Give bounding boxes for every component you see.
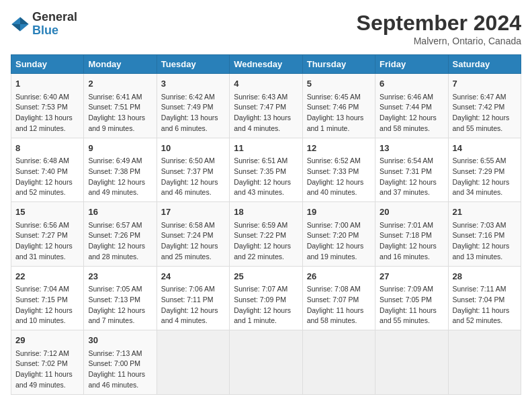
calendar-cell: 30Sunrise: 7:13 AMSunset: 7:00 PMDayligh…	[84, 330, 157, 395]
calendar-cell: 2Sunrise: 6:41 AMSunset: 7:51 PMDaylight…	[84, 74, 157, 138]
day-info: Sunrise: 7:11 AMSunset: 7:04 PMDaylight:…	[453, 284, 517, 326]
week-row-1: 1Sunrise: 6:40 AMSunset: 7:53 PMDaylight…	[11, 74, 521, 138]
day-info: Sunrise: 7:08 AMSunset: 7:07 PMDaylight:…	[307, 284, 371, 326]
day-number: 22	[15, 270, 79, 283]
day-number: 28	[453, 270, 517, 283]
day-info: Sunrise: 6:55 AMSunset: 7:29 PMDaylight:…	[453, 156, 517, 198]
calendar-cell: 16Sunrise: 6:57 AMSunset: 7:26 PMDayligh…	[84, 202, 157, 267]
logo: General Blue	[11, 11, 77, 38]
day-number: 21	[453, 205, 517, 219]
day-info: Sunrise: 6:48 AMSunset: 7:40 PMDaylight:…	[15, 156, 79, 198]
calendar-cell: 4Sunrise: 6:43 AMSunset: 7:47 PMDaylight…	[230, 74, 302, 138]
logo-icon	[11, 15, 30, 34]
calendar-cell: 26Sunrise: 7:08 AMSunset: 7:07 PMDayligh…	[302, 266, 375, 330]
day-info: Sunrise: 6:59 AMSunset: 7:22 PMDaylight:…	[234, 220, 298, 263]
month-title: September 2024	[357, 11, 521, 36]
col-header-wednesday: Wednesday	[230, 55, 302, 74]
calendar-cell: 5Sunrise: 6:45 AMSunset: 7:46 PMDaylight…	[302, 74, 375, 138]
day-info: Sunrise: 7:01 AMSunset: 7:18 PMDaylight:…	[380, 220, 443, 263]
day-number: 8	[15, 142, 79, 155]
day-number: 13	[380, 142, 443, 155]
calendar-cell: 12Sunrise: 6:52 AMSunset: 7:33 PMDayligh…	[302, 138, 375, 202]
day-number: 14	[453, 142, 517, 155]
day-info: Sunrise: 6:47 AMSunset: 7:42 PMDaylight:…	[453, 92, 517, 134]
day-info: Sunrise: 6:54 AMSunset: 7:31 PMDaylight:…	[380, 156, 443, 198]
calendar-cell: 18Sunrise: 6:59 AMSunset: 7:22 PMDayligh…	[230, 202, 302, 267]
col-header-monday: Monday	[84, 55, 157, 74]
calendar-cell: 21Sunrise: 7:03 AMSunset: 7:16 PMDayligh…	[448, 202, 521, 267]
calendar-cell: 1Sunrise: 6:40 AMSunset: 7:53 PMDaylight…	[11, 74, 84, 138]
calendar-cell: 19Sunrise: 7:00 AMSunset: 7:20 PMDayligh…	[302, 202, 375, 267]
calendar-cell: 29Sunrise: 7:12 AMSunset: 7:02 PMDayligh…	[11, 330, 84, 395]
day-info: Sunrise: 7:12 AMSunset: 7:02 PMDaylight:…	[15, 349, 79, 391]
day-number: 11	[234, 142, 298, 155]
calendar-cell: 14Sunrise: 6:55 AMSunset: 7:29 PMDayligh…	[448, 138, 521, 202]
day-info: Sunrise: 6:40 AMSunset: 7:53 PMDaylight:…	[15, 92, 79, 134]
day-number: 16	[88, 205, 152, 219]
day-number: 24	[161, 270, 225, 283]
week-row-5: 29Sunrise: 7:12 AMSunset: 7:02 PMDayligh…	[11, 330, 521, 395]
calendar-cell	[157, 330, 229, 395]
calendar-table: SundayMondayTuesdayWednesdayThursdayFrid…	[11, 54, 521, 395]
calendar-cell: 22Sunrise: 7:04 AMSunset: 7:15 PMDayligh…	[11, 266, 84, 330]
day-info: Sunrise: 6:52 AMSunset: 7:33 PMDaylight:…	[307, 156, 371, 198]
day-info: Sunrise: 6:42 AMSunset: 7:49 PMDaylight:…	[161, 92, 225, 134]
day-number: 25	[234, 270, 298, 283]
page-header: General Blue September 2024 Malvern, Ont…	[11, 11, 521, 46]
day-info: Sunrise: 6:45 AMSunset: 7:46 PMDaylight:…	[307, 92, 371, 134]
col-header-thursday: Thursday	[302, 55, 375, 74]
calendar-cell: 7Sunrise: 6:47 AMSunset: 7:42 PMDaylight…	[448, 74, 521, 138]
day-number: 26	[307, 270, 371, 283]
day-number: 12	[307, 142, 371, 155]
calendar-cell: 10Sunrise: 6:50 AMSunset: 7:37 PMDayligh…	[157, 138, 229, 202]
location: Malvern, Ontario, Canada	[357, 36, 521, 46]
calendar-cell: 13Sunrise: 6:54 AMSunset: 7:31 PMDayligh…	[375, 138, 448, 202]
day-number: 27	[380, 270, 443, 283]
day-number: 23	[88, 270, 152, 283]
day-number: 2	[88, 77, 152, 91]
day-number: 1	[15, 77, 79, 91]
day-number: 20	[380, 205, 443, 219]
calendar-cell: 27Sunrise: 7:09 AMSunset: 7:05 PMDayligh…	[375, 266, 448, 330]
calendar-cell: 15Sunrise: 6:56 AMSunset: 7:27 PMDayligh…	[11, 202, 84, 267]
week-row-4: 22Sunrise: 7:04 AMSunset: 7:15 PMDayligh…	[11, 266, 521, 330]
day-info: Sunrise: 6:57 AMSunset: 7:26 PMDaylight:…	[88, 220, 152, 263]
day-number: 5	[307, 77, 371, 91]
day-number: 17	[161, 205, 225, 219]
calendar-cell: 25Sunrise: 7:07 AMSunset: 7:09 PMDayligh…	[230, 266, 302, 330]
calendar-cell: 17Sunrise: 6:58 AMSunset: 7:24 PMDayligh…	[157, 202, 229, 267]
week-row-3: 15Sunrise: 6:56 AMSunset: 7:27 PMDayligh…	[11, 202, 521, 267]
day-number: 7	[453, 77, 517, 91]
day-info: Sunrise: 6:58 AMSunset: 7:24 PMDaylight:…	[161, 220, 225, 263]
col-header-sunday: Sunday	[11, 55, 84, 74]
calendar-cell: 9Sunrise: 6:49 AMSunset: 7:38 PMDaylight…	[84, 138, 157, 202]
day-info: Sunrise: 7:03 AMSunset: 7:16 PMDaylight:…	[453, 220, 517, 263]
calendar-header-row: SundayMondayTuesdayWednesdayThursdayFrid…	[11, 55, 521, 74]
calendar-cell: 8Sunrise: 6:48 AMSunset: 7:40 PMDaylight…	[11, 138, 84, 202]
day-number: 18	[234, 205, 298, 219]
day-info: Sunrise: 6:50 AMSunset: 7:37 PMDaylight:…	[161, 156, 225, 198]
col-header-saturday: Saturday	[448, 55, 521, 74]
logo-text: General Blue	[32, 11, 77, 38]
calendar-cell: 28Sunrise: 7:11 AMSunset: 7:04 PMDayligh…	[448, 266, 521, 330]
week-row-2: 8Sunrise: 6:48 AMSunset: 7:40 PMDaylight…	[11, 138, 521, 202]
calendar-cell: 23Sunrise: 7:05 AMSunset: 7:13 PMDayligh…	[84, 266, 157, 330]
day-info: Sunrise: 7:07 AMSunset: 7:09 PMDaylight:…	[234, 284, 298, 326]
day-info: Sunrise: 6:51 AMSunset: 7:35 PMDaylight:…	[234, 156, 298, 198]
day-info: Sunrise: 7:09 AMSunset: 7:05 PMDaylight:…	[380, 284, 443, 326]
day-number: 19	[307, 205, 371, 219]
day-number: 30	[88, 334, 152, 347]
calendar-cell	[375, 330, 448, 395]
day-number: 9	[88, 142, 152, 155]
calendar-cell	[230, 330, 302, 395]
calendar-cell: 24Sunrise: 7:06 AMSunset: 7:11 PMDayligh…	[157, 266, 229, 330]
calendar-cell: 6Sunrise: 6:46 AMSunset: 7:44 PMDaylight…	[375, 74, 448, 138]
calendar-cell: 11Sunrise: 6:51 AMSunset: 7:35 PMDayligh…	[230, 138, 302, 202]
day-info: Sunrise: 6:43 AMSunset: 7:47 PMDaylight:…	[234, 92, 298, 134]
day-number: 4	[234, 77, 298, 91]
title-area: September 2024 Malvern, Ontario, Canada	[357, 11, 521, 46]
calendar-cell: 20Sunrise: 7:01 AMSunset: 7:18 PMDayligh…	[375, 202, 448, 267]
day-info: Sunrise: 7:13 AMSunset: 7:00 PMDaylight:…	[88, 349, 152, 391]
day-number: 10	[161, 142, 225, 155]
calendar-cell	[302, 330, 375, 395]
